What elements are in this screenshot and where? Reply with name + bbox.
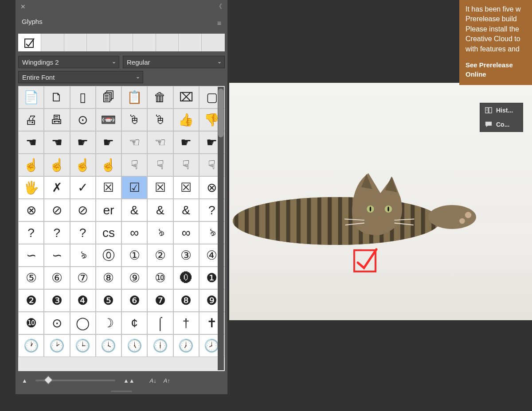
sort-desc-button[interactable]: A↑ [162,376,172,385]
glyph-cell[interactable]: 🗋 [44,86,70,109]
glyph-cell[interactable]: ☒ [147,176,173,199]
glyph-cell[interactable]: ☟ [121,154,147,176]
glyph-cell[interactable]: & [147,199,173,221]
history-panel-tab[interactable]: Hist... [480,103,523,117]
glyph-cell[interactable]: ☛ [96,131,121,154]
glyph-cell[interactable]: 🕒 [70,334,96,357]
glyph-cell[interactable]: ❼ [147,289,173,312]
glyph-cell[interactable]: 🕑 [44,334,70,357]
glyph-cell[interactable]: ঌ [70,244,96,267]
glyph-cell[interactable]: 🕔 [121,334,147,357]
glyph-cell[interactable]: ? [70,221,96,244]
glyph-cell[interactable]: ⊘ [44,199,70,221]
glyph-cell[interactable]: ? [18,221,44,244]
glyph-cell[interactable]: ☟ [147,154,173,176]
glyph-cell[interactable]: ② [147,244,173,267]
close-icon[interactable]: ✕ [19,3,27,10]
glyph-cell[interactable]: ☚ [44,131,70,154]
glyph-cell[interactable]: ☛ [173,131,199,154]
glyph-cell[interactable]: ① [121,244,147,267]
glyph-cell[interactable]: ☒ [96,176,121,199]
glyph-cell[interactable]: ⓿ [173,267,199,289]
zoom-out-icon[interactable]: ▲ [20,376,29,385]
glyph-cell[interactable]: 📄 [18,86,44,109]
glyph-cell[interactable]: ❽ [173,289,199,312]
recent-glyph-empty[interactable] [87,34,110,51]
glyph-cell[interactable]: ✓ [70,176,96,199]
glyph-cell[interactable]: ☒ [173,176,199,199]
glyph-cell[interactable]: ❷ [18,289,44,312]
glyph-cell[interactable]: 🗐 [96,86,121,109]
tab-glyphs[interactable]: Glyphs [16,14,49,30]
glyph-cell[interactable]: 🕖 [173,334,199,357]
glyph-cell[interactable]: ☟ [173,154,199,176]
glyph-cell[interactable]: 🖰 [147,109,173,131]
glyph-cell[interactable]: ⑩ [147,267,173,289]
glyph-cell[interactable]: ⊗ [18,199,44,221]
glyph-cell[interactable]: 🗑 [147,86,173,109]
glyph-cell[interactable]: ⑧ [96,267,121,289]
glyph-scrollbar[interactable] [218,87,224,370]
glyph-cell[interactable]: 👍 [173,109,199,131]
zoom-slider[interactable] [35,380,115,381]
glyph-cell[interactable]: & [173,199,199,221]
glyph-cell[interactable]: ⓪ [96,244,121,267]
prerelease-link[interactable]: See Prerelease Online [466,60,528,79]
glyph-cell[interactable]: cs [96,221,121,244]
glyph-cell[interactable]: ❿ [18,312,44,334]
glyph-cell[interactable]: ③ [173,244,199,267]
glyph-cell[interactable]: ⊘ [70,199,96,221]
glyph-cell[interactable]: ¢ [121,312,147,334]
glyph-cell[interactable]: 🖰 [121,109,147,131]
glyph-subset-dropdown[interactable]: Entire Font ⌄ [18,71,143,83]
comments-panel-tab[interactable]: Co... [480,117,523,132]
glyph-cell[interactable]: ☝ [18,154,44,176]
glyph-cell[interactable]: 🕓 [96,334,121,357]
glyph-cell[interactable]: 🕕 [147,334,173,357]
glyph-cell[interactable]: ∽ [18,244,44,267]
glyph-cell[interactable]: ☚ [18,131,44,154]
glyph-cell[interactable]: ▯ [70,86,96,109]
glyph-cell[interactable]: ☛ [70,131,96,154]
collapse-icon[interactable]: 《 [214,3,224,11]
recent-glyph-empty[interactable] [202,34,225,51]
glyph-cell[interactable]: ⌧ [173,86,199,109]
glyph-cell[interactable]: ⊙ [44,312,70,334]
glyph-cell[interactable]: & [121,199,147,221]
sort-asc-button[interactable]: A↓ [148,376,158,385]
glyph-cell[interactable]: ∽ [44,244,70,267]
panel-menu-icon[interactable]: ≡ [215,17,224,30]
zoom-in-icon[interactable]: ▲▲ [121,376,137,385]
recent-glyph-empty[interactable] [179,34,202,51]
recent-glyph-empty[interactable] [64,34,87,51]
glyph-cell[interactable]: ⊙ [70,109,96,131]
glyph-cell[interactable]: ◯ [70,312,96,334]
glyph-cell[interactable]: ⑥ [44,267,70,289]
glyph-cell[interactable]: ☝ [96,154,121,176]
glyph-cell[interactable]: 📼 [96,109,121,131]
glyph-cell[interactable]: ⑤ [18,267,44,289]
scrollbar-thumb[interactable] [218,89,223,137]
glyph-cell[interactable]: 📋 [121,86,147,109]
glyph-cell[interactable]: ? [44,221,70,244]
glyph-cell[interactable]: ☝ [70,154,96,176]
glyph-cell[interactable]: 🖐 [18,176,44,199]
glyph-cell[interactable]: ❺ [96,289,121,312]
glyph-cell[interactable]: er [96,199,121,221]
glyph-cell[interactable]: ⌠ [147,312,173,334]
font-style-dropdown[interactable]: Regular ⌄ [123,56,225,68]
recent-glyph-empty[interactable] [156,34,179,51]
recent-glyph-cell[interactable] [18,34,41,51]
glyph-cell[interactable]: ∞ [173,221,199,244]
zoom-slider-thumb[interactable] [44,376,53,384]
glyph-cell[interactable]: ☝ [44,154,70,176]
glyph-cell[interactable]: ☑ [121,176,147,199]
recent-glyph-empty[interactable] [110,34,133,51]
panel-resize-handle[interactable] [16,388,227,394]
glyph-cell[interactable]: ∞ [121,221,147,244]
glyph-cell[interactable]: † [173,312,199,334]
glyph-cell[interactable]: ☜ [147,131,173,154]
glyph-cell[interactable]: 🕐 [18,334,44,357]
glyph-cell[interactable]: 🖨 [18,109,44,131]
glyph-cell[interactable]: ☜ [121,131,147,154]
